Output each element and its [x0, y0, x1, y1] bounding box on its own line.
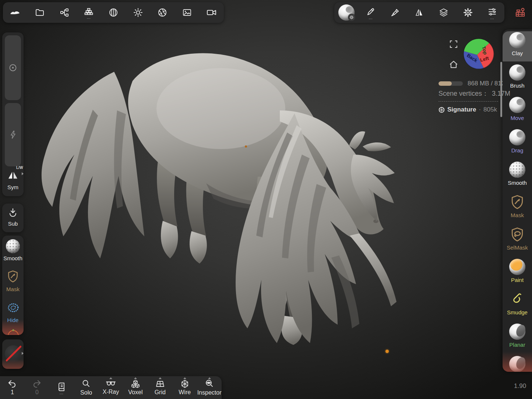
radius-slider[interactable]: [5, 35, 21, 100]
move-sphere-icon: [509, 97, 525, 113]
tool-planar[interactable]: Planar: [503, 323, 532, 355]
version-label: 1.90: [514, 382, 526, 390]
memory-text: 868 MB / 812 M: [468, 80, 503, 87]
tool-label: Paint: [511, 277, 524, 283]
tool-smudge[interactable]: Smudge: [503, 290, 532, 323]
symmetry-button[interactable]: [407, 2, 431, 23]
cursor-dot: [385, 350, 389, 353]
voxel-cubes-icon: [131, 379, 140, 388]
tool-clay[interactable]: Clay: [503, 31, 532, 64]
symmetry-mirror-icon: [415, 8, 424, 17]
nav-cube[interactable]: Top Back Left: [462, 38, 495, 70]
tool-selmask[interactable]: SelMask: [503, 226, 532, 258]
symmetry-label: Sym: [2, 184, 24, 190]
settings-button[interactable]: [456, 2, 480, 23]
tool-drag[interactable]: Drag: [503, 128, 532, 161]
smudge-finger-icon: [510, 291, 525, 307]
active-material-button[interactable]: [334, 2, 359, 23]
notebook-icon: [57, 382, 66, 392]
matcap-sphere-icon: [109, 8, 118, 17]
postprocess-button[interactable]: [150, 2, 175, 23]
redo-count: 0: [35, 389, 39, 396]
sub-label: Sub: [2, 220, 24, 227]
undo-count: 1: [11, 389, 14, 396]
falloff-button[interactable]: [383, 2, 407, 23]
lighting-button[interactable]: [126, 2, 150, 23]
xray-label: X-Ray: [103, 389, 119, 395]
app-logo[interactable]: [3, 2, 28, 23]
settings-gear-icon: [463, 8, 473, 17]
symmetry-expand-arrow[interactable]: [22, 172, 24, 175]
voxel-button[interactable]: Voxel: [123, 376, 148, 399]
solo-magnifier-icon: [81, 379, 91, 389]
background-button[interactable]: [175, 2, 200, 23]
mask-label: Mask: [2, 286, 24, 292]
fullscreen-button[interactable]: [449, 40, 458, 49]
home-view-button[interactable]: [449, 60, 458, 69]
inspector-eye-icon: [205, 379, 214, 389]
layers-icon: [439, 8, 448, 17]
redo-button[interactable]: 0: [25, 376, 49, 399]
caret-up-icon: [159, 377, 162, 379]
toolbox-button[interactable]: [512, 4, 528, 21]
smooth-sphere-icon: [509, 162, 525, 178]
tool-label: Clay: [512, 50, 523, 56]
tool-label: Smudge: [507, 309, 528, 315]
scene-graph-button[interactable]: [52, 2, 77, 23]
tool-label: Smooth: [508, 180, 527, 186]
sliders-icon: [487, 7, 497, 17]
quick-actions-panel: Smooth Mask Hide: [2, 236, 24, 335]
tool-settings-button[interactable]: …: [480, 2, 504, 23]
paint-sphere-icon: [509, 259, 525, 275]
sub-panel: Sub: [2, 204, 24, 232]
hide-shortcut[interactable]: [6, 301, 20, 316]
smooth-shortcut[interactable]: [6, 239, 20, 253]
sub-toggle[interactable]: [2, 206, 24, 219]
bottom-toolbar: 1 0 … Solo X-Ray Voxel Grid Wire: [0, 376, 222, 399]
smooth-ball-icon: [6, 239, 20, 253]
tool-move[interactable]: Move: [503, 96, 532, 128]
falloff-expand-arrow[interactable]: [22, 352, 24, 355]
undo-button[interactable]: 1: [0, 376, 25, 399]
hide-dotted-lasso-icon: [6, 301, 20, 314]
pencil-icon: [366, 7, 376, 17]
solo-label: Solo: [80, 389, 92, 396]
memory-bar: [438, 81, 463, 86]
planar-sphere-icon: [509, 324, 525, 340]
radius-icon: [8, 63, 17, 72]
brush-controls-panel: L/W Sym: [2, 32, 24, 196]
scene-vertices: Scene vertices： 3.17M: [438, 89, 510, 98]
tool-smooth[interactable]: Smooth: [503, 161, 532, 193]
grid-button[interactable]: Grid: [148, 376, 172, 399]
nomad-logo-icon: [9, 8, 21, 17]
solo-button[interactable]: Solo: [74, 376, 99, 399]
material-button[interactable]: [101, 2, 126, 23]
wire-button[interactable]: Wire: [172, 376, 197, 399]
tool-mask[interactable]: Mask: [503, 193, 532, 226]
tool-label: Planar: [509, 342, 525, 348]
signature-row[interactable]: Signature · 805k: [438, 106, 497, 113]
topology-button[interactable]: …: [77, 2, 101, 23]
signature-label: Signature: [447, 106, 476, 113]
tool-label: Mask: [511, 212, 524, 218]
stroke-button[interactable]: …: [359, 2, 383, 23]
xray-glasses-icon: [106, 380, 116, 388]
symmetry-toggle[interactable]: L/W: [2, 168, 24, 183]
xray-button[interactable]: X-Ray: [99, 376, 123, 399]
layers-button[interactable]: [431, 2, 456, 23]
scene-graph-icon: [60, 8, 69, 17]
intensity-slider[interactable]: [5, 103, 21, 166]
signature-mesh-icon: [438, 107, 445, 113]
wire-label: Wire: [179, 389, 191, 396]
grid-icon: [155, 379, 165, 388]
panel-scroll-gradient: [2, 319, 24, 335]
flat-brush-icon: [390, 8, 400, 17]
files-button[interactable]: [28, 2, 52, 23]
history-button[interactable]: …: [49, 376, 74, 399]
tool-paint[interactable]: Paint: [503, 258, 532, 290]
symmetry-badge: L/W: [16, 166, 23, 170]
inspector-button[interactable]: Inspector: [197, 376, 222, 399]
camera-button[interactable]: [199, 2, 224, 23]
mask-shortcut[interactable]: [7, 269, 19, 285]
history-more-dots: …: [59, 392, 64, 393]
